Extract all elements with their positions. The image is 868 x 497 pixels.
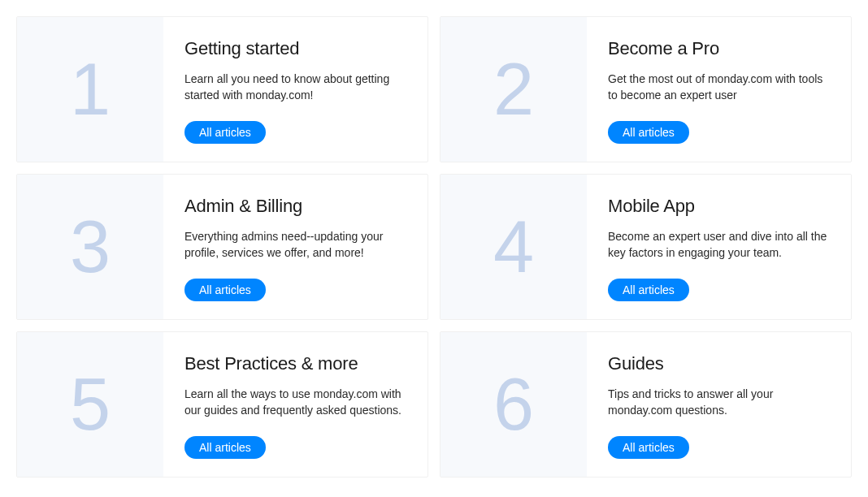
all-articles-button[interactable]: All articles	[608, 121, 689, 144]
card-description: Learn all you need to know about getting…	[184, 71, 406, 106]
card-body: Getting started Learn all you need to kn…	[163, 17, 427, 162]
all-articles-button[interactable]: All articles	[608, 279, 689, 301]
card-title: Guides	[608, 353, 830, 374]
card-title: Best Practices & more	[184, 353, 406, 374]
category-grid: 1 Getting started Learn all you need to …	[16, 16, 852, 478]
card-title: Admin & Billing	[184, 196, 406, 217]
card-body: Guides Tips and tricks to answer all you…	[587, 332, 851, 477]
card-getting-started: 1 Getting started Learn all you need to …	[16, 16, 428, 162]
all-articles-button[interactable]: All articles	[608, 436, 689, 459]
card-number: 5	[17, 332, 163, 477]
card-description: Get the most out of monday.com with tool…	[608, 71, 830, 106]
card-best-practices: 5 Best Practices & more Learn all the wa…	[16, 331, 428, 478]
all-articles-button[interactable]: All articles	[184, 436, 266, 459]
card-description: Learn all the ways to use monday.com wit…	[184, 386, 406, 421]
card-title: Become a Pro	[608, 38, 830, 59]
card-number: 4	[441, 175, 587, 319]
card-number: 1	[17, 17, 163, 162]
card-body: Best Practices & more Learn all the ways…	[163, 332, 427, 477]
card-become-a-pro: 2 Become a Pro Get the most out of monda…	[440, 16, 852, 162]
card-number: 3	[17, 175, 163, 319]
card-description: Everything admins need--updating your pr…	[184, 228, 406, 264]
card-number: 6	[441, 332, 587, 477]
card-description: Become an expert user and dive into all …	[608, 228, 830, 264]
card-mobile-app: 4 Mobile App Become an expert user and d…	[440, 174, 852, 320]
card-number: 2	[441, 17, 587, 162]
card-body: Mobile App Become an expert user and div…	[587, 175, 851, 319]
card-guides: 6 Guides Tips and tricks to answer all y…	[440, 331, 852, 478]
card-title: Getting started	[184, 38, 406, 59]
card-title: Mobile App	[608, 196, 830, 217]
all-articles-button[interactable]: All articles	[184, 279, 266, 301]
card-body: Admin & Billing Everything admins need--…	[163, 175, 427, 319]
card-description: Tips and tricks to answer all your monda…	[608, 386, 830, 421]
all-articles-button[interactable]: All articles	[184, 121, 266, 144]
card-body: Become a Pro Get the most out of monday.…	[587, 17, 851, 162]
card-admin-billing: 3 Admin & Billing Everything admins need…	[16, 174, 428, 320]
